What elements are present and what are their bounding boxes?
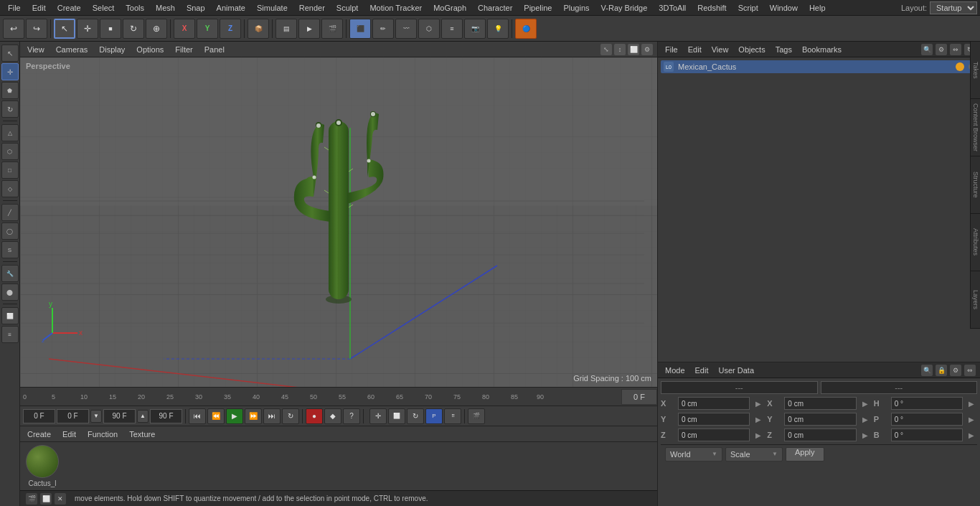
menu-plugins[interactable]: Plugins	[558, 2, 594, 14]
mode-btn-2[interactable]: ⬜	[388, 408, 405, 424]
lt-mode2[interactable]: ✛	[1, 63, 19, 80]
vp-icon-2[interactable]: ↕	[614, 44, 626, 55]
obj-menu-edit[interactable]: Edit	[685, 44, 705, 55]
mat-menu-edit[interactable]: Edit	[60, 428, 79, 440]
vp-menu-options[interactable]: Options	[133, 44, 166, 55]
attr-z-size[interactable]: 0 cm	[784, 428, 856, 441]
lt-tool1[interactable]: ╱	[1, 204, 19, 221]
side-tab-takes[interactable]: Takes	[970, 42, 980, 99]
status-icon-1[interactable]: 🎬	[26, 493, 37, 505]
y-axis-button[interactable]: Y	[197, 19, 218, 39]
mode-btn-5[interactable]: ⠿	[444, 408, 461, 424]
menu-edit[interactable]: Edit	[27, 2, 51, 14]
menu-window[interactable]: Window	[765, 2, 803, 14]
menu-character[interactable]: Character	[473, 2, 517, 14]
vp-menu-view[interactable]: View	[24, 44, 47, 55]
lt-mode8[interactable]: ◇	[1, 180, 19, 197]
menu-help[interactable]: Help	[804, 2, 831, 14]
attr-expand-icon[interactable]: ⇔	[964, 365, 976, 376]
cube-button[interactable]: ⬛	[349, 19, 371, 39]
attr-x-size[interactable]: 0 cm	[784, 397, 856, 410]
menu-mograph[interactable]: MoGraph	[428, 2, 471, 14]
step-forward-button[interactable]: ⏩	[245, 408, 262, 424]
menu-file[interactable]: File	[3, 2, 26, 14]
menu-sculpt[interactable]: Sculpt	[331, 2, 364, 14]
object-item-cactus[interactable]: L0 Mexican_Cactus	[661, 60, 977, 73]
attr-p-val[interactable]: 0 °	[891, 413, 963, 426]
z-axis-button[interactable]: Z	[220, 19, 241, 39]
transform-tool-button[interactable]: ⊕	[146, 19, 167, 39]
playback-end-frame[interactable]: 90 F	[103, 409, 136, 423]
attr-b-val[interactable]: 0 °	[891, 428, 963, 441]
side-tab-attributes[interactable]: Attributes	[970, 214, 980, 271]
help-button[interactable]: ?	[343, 408, 360, 424]
lt-mode6[interactable]: ⬡	[1, 143, 19, 160]
menu-motion-tracker[interactable]: Motion Tracker	[364, 2, 427, 14]
viewport[interactable]: Perspective Grid Spacing : 100 cm x y z	[20, 57, 657, 387]
side-tab-content-browser[interactable]: Content Browser	[970, 99, 980, 156]
mat-menu-create[interactable]: Create	[24, 428, 54, 440]
vp-menu-cameras[interactable]: Cameras	[53, 44, 91, 55]
move-tool-button[interactable]: ✛	[77, 19, 98, 39]
apply-button[interactable]: Apply	[786, 447, 824, 462]
menu-mesh[interactable]: Mesh	[151, 2, 180, 14]
timeline-ruler[interactable]: 0 5 10 15 20 25 30 35 40 45 50 55 60 65 …	[20, 388, 657, 406]
lt-tool7[interactable]: ≡	[1, 326, 19, 343]
menu-script[interactable]: Script	[733, 2, 763, 14]
frame-step-up[interactable]: ▲	[137, 410, 149, 423]
vp-icon-1[interactable]: ⤡	[600, 44, 612, 55]
x-axis-button[interactable]: X	[174, 19, 195, 39]
lt-mode3[interactable]: ⬟	[1, 82, 19, 99]
lt-tool2[interactable]: ◯	[1, 222, 19, 240]
attr-y-pos[interactable]: 0 cm	[678, 413, 750, 426]
attr-lock-icon[interactable]: 🔒	[936, 365, 947, 376]
attr-settings-icon[interactable]: ⚙	[950, 365, 961, 376]
world-select[interactable]: World ▼	[665, 447, 722, 462]
menu-simulate[interactable]: Simulate	[252, 2, 293, 14]
menu-redshift[interactable]: Redshift	[692, 2, 731, 14]
scale-tool-button[interactable]: ■	[100, 19, 121, 39]
light-button[interactable]: 💡	[487, 19, 509, 39]
attr-menu-mode[interactable]: Mode	[662, 365, 688, 376]
lt-tool3[interactable]: S	[1, 241, 19, 258]
timeline[interactable]: 0 5 10 15 20 25 30 35 40 45 50 55 60 65 …	[20, 387, 657, 406]
spline-button[interactable]: 〰	[395, 19, 417, 39]
undo-button[interactable]: ↩	[3, 19, 24, 39]
mode-btn-1[interactable]: ✛	[369, 408, 387, 424]
timeline-frame-display[interactable]: 0 F	[621, 389, 657, 405]
render-btn[interactable]: 🎬	[468, 408, 485, 424]
record-button[interactable]: ●	[306, 408, 323, 424]
vp-menu-display[interactable]: Display	[96, 44, 128, 55]
obj-search-icon[interactable]: 🔍	[921, 44, 933, 55]
mat-menu-texture[interactable]: Texture	[126, 428, 158, 440]
material-item-cactus[interactable]: Cactus_l	[26, 445, 59, 487]
attr-x-pos[interactable]: 0 cm	[678, 397, 750, 410]
frame-step-down[interactable]: ▼	[90, 410, 102, 423]
object-material-dot[interactable]	[956, 62, 964, 71]
lt-mode1[interactable]: ↖	[1, 44, 19, 62]
attr-y-size[interactable]: 0 cm	[784, 413, 856, 426]
menu-pipeline[interactable]: Pipeline	[519, 2, 557, 14]
vp-icon-4[interactable]: ⚙	[641, 44, 653, 55]
vp-menu-filter[interactable]: Filter	[172, 44, 195, 55]
attr-h-val[interactable]: 0 °	[891, 397, 963, 410]
menu-3dtoall[interactable]: 3DToAll	[654, 2, 691, 14]
play-forward-button[interactable]: ▶	[226, 408, 243, 424]
menu-snap[interactable]: Snap	[182, 2, 210, 14]
status-icon-3[interactable]: ✕	[55, 493, 66, 505]
pen-button[interactable]: ✏	[372, 19, 394, 39]
menu-render[interactable]: Render	[294, 2, 330, 14]
menu-create[interactable]: Create	[52, 2, 86, 14]
snapping-button[interactable]: 🔵	[515, 19, 537, 39]
obj-filter-icon[interactable]: ⚙	[936, 44, 947, 55]
obj-menu-tags[interactable]: Tags	[773, 44, 795, 55]
attr-z-pos[interactable]: 0 cm	[678, 428, 750, 441]
vp-icon-3[interactable]: ⬜	[628, 44, 639, 55]
redo-button[interactable]: ↪	[26, 19, 47, 39]
object-mode-button[interactable]: 📦	[248, 19, 269, 39]
playback-end-frame2[interactable]: 90 F	[150, 409, 182, 423]
obj-menu-view[interactable]: View	[709, 44, 732, 55]
side-tab-layers[interactable]: Layers	[970, 271, 980, 329]
status-icon-2[interactable]: ⬜	[40, 493, 52, 505]
deform-button[interactable]: ⬡	[418, 19, 440, 39]
